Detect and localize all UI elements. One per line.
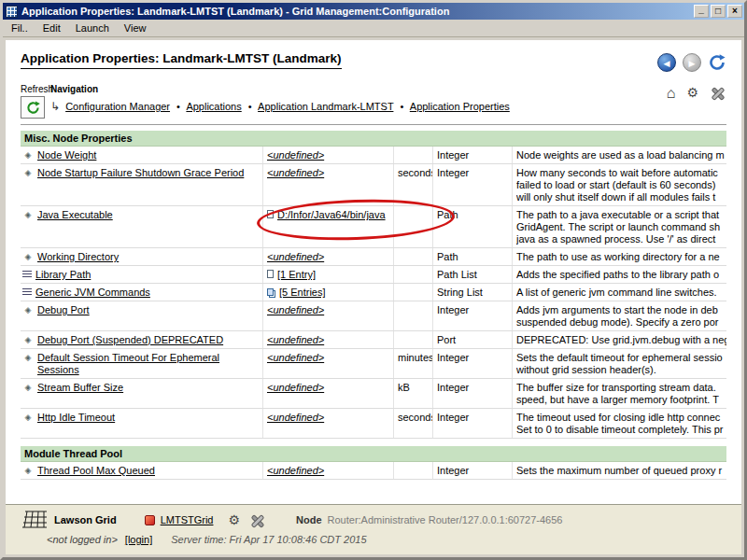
gears-icon[interactable]: ⚙ (228, 513, 240, 527)
property-diamond-icon: ◈ (22, 149, 34, 161)
description-cell: Sets the maximum number of queued proxy … (513, 462, 726, 479)
property-row: ◈Java ExecutableD:/Infor/Java64/bin/java… (21, 206, 726, 248)
description-cell: A list of generic jvm command line switc… (513, 284, 726, 301)
type-label: Port (433, 331, 513, 348)
property-row: ◈Debug Port (Suspended) DEPRECATED<undef… (21, 331, 726, 349)
unit-label (394, 331, 433, 348)
copy-icon (267, 288, 274, 296)
section-header: Module Thread Pool (21, 446, 726, 462)
property-diamond-icon: ◈ (22, 304, 34, 316)
property-value-link[interactable]: <undefined> (267, 167, 324, 178)
property-name-link[interactable]: Thread Pool Max Queued (37, 465, 155, 477)
description-line: java as a spawned process. Use '/' as di… (516, 233, 726, 245)
description-cell: The buffer size for transporting stream … (513, 379, 726, 408)
property-name-cell: ◈Default Session Timeout For Ephemeral S… (21, 349, 263, 378)
gears-icon[interactable]: ⚙ (686, 86, 698, 100)
close-icon: × (732, 6, 738, 16)
property-name-link[interactable]: Node Weight (37, 149, 96, 161)
property-row: ◈Thread Pool Max Queued<undefined>Intege… (21, 462, 726, 480)
unit-label (394, 301, 433, 330)
property-name-link[interactable]: Stream Buffer Size (37, 382, 123, 394)
property-value-link[interactable]: D:/Infor/Java64/bin/java (277, 209, 386, 220)
property-value-link[interactable]: <undefined> (267, 304, 324, 315)
property-name-link[interactable]: Default Session Timeout For Ephemeral Se… (37, 352, 259, 376)
property-value-link[interactable]: [5 Entries] (279, 287, 326, 298)
property-value-link[interactable]: <undefined> (267, 465, 324, 476)
grid-status-icon (145, 515, 155, 525)
menu-view[interactable]: View (117, 21, 154, 35)
home-icon[interactable]: ⌂ (667, 86, 676, 100)
type-label: String List (433, 284, 513, 301)
property-diamond-icon: ◈ (22, 382, 34, 394)
description-cell: The path to use as working directory for… (513, 248, 726, 265)
property-diamond-icon: ◈ (22, 209, 34, 221)
reload-page-button[interactable] (708, 53, 726, 72)
property-name-link[interactable]: Debug Port (37, 304, 90, 316)
property-value-link[interactable]: <undefined> (267, 149, 324, 161)
description-line: The timeout used for closing idle http c… (516, 412, 726, 424)
property-value-link[interactable]: <undefined> (267, 412, 324, 423)
property-value-link[interactable]: <undefined> (267, 251, 324, 262)
menu-edit[interactable]: Edit (35, 21, 68, 35)
description-line: without grid session header(s). (516, 364, 726, 376)
breadcrumb-arrow-icon: ↳ (50, 100, 60, 113)
property-value-link[interactable]: <undefined> (267, 352, 324, 363)
type-label: Path List (433, 266, 513, 283)
property-value-link[interactable]: [1 Entry] (277, 269, 316, 280)
back-button[interactable]: ◀ (657, 53, 676, 72)
property-diamond-icon: ◈ (22, 352, 34, 364)
refresh-button[interactable] (21, 96, 45, 119)
menu-file[interactable]: Fil.. (4, 21, 35, 35)
properties-table: Misc. Node Properties◈Node Weight<undefi… (6, 125, 741, 504)
close-button[interactable]: × (727, 5, 742, 18)
description-line: The buffer size for transporting stream … (516, 382, 726, 394)
menu-launch[interactable]: Launch (68, 21, 117, 35)
statusbar: Lawson Grid LMTSTGrid ⚙ Node Router:Admi… (6, 504, 741, 554)
breadcrumb-link-application[interactable]: Application Landmark-LMTST (258, 101, 393, 112)
description-cell: Node weights are used as a load balancin… (513, 147, 726, 163)
description-line: Adds jvm arguments to start the node in … (516, 304, 726, 316)
property-value-cell: <undefined> (263, 379, 394, 408)
property-diamond-icon: ◈ (22, 167, 34, 179)
login-link[interactable]: [login] (125, 534, 152, 545)
property-row: ◈Http Idle Timeout<undefined>secondsInte… (21, 409, 726, 439)
section-gap (21, 439, 726, 446)
refresh-icon (26, 101, 40, 115)
minimize-button[interactable]: _ (694, 5, 709, 18)
maximize-button[interactable]: □ (711, 5, 726, 18)
forward-button[interactable]: ▶ (683, 53, 701, 72)
forward-arrow-icon: ▶ (689, 59, 696, 68)
property-name-link[interactable]: Generic JVM Commands (35, 287, 150, 299)
breadcrumb-separator: • (400, 101, 403, 112)
property-name-link[interactable]: Node Startup Failure Shutdown Grace Peri… (37, 167, 244, 179)
description-cell: Sets the default timeout for ephemeral s… (513, 349, 726, 378)
property-name-link[interactable]: Debug Port (Suspended) DEPRECATED (37, 334, 223, 346)
breadcrumb-link-applications[interactable]: Applications (186, 101, 241, 112)
breadcrumb-separator: • (176, 101, 180, 112)
property-name-link[interactable]: Working Directory (37, 251, 119, 263)
tools-icon[interactable] (710, 86, 725, 100)
property-value-link[interactable]: <undefined> (267, 382, 324, 393)
titlebar[interactable]: Application Properties: Landmark-LMTST (… (3, 3, 744, 20)
property-row: ◈Stream Buffer Size<undefined>kBIntegerT… (21, 379, 726, 409)
section-header: Misc. Node Properties (21, 131, 726, 147)
heading-row: Application Properties: Landmark-LMTST (… (6, 40, 741, 81)
property-diamond-icon: ◈ (22, 251, 34, 263)
grid-link[interactable]: LMTSTGrid (161, 514, 214, 525)
breadcrumb-link-application-properties[interactable]: Application Properties (410, 101, 510, 112)
breadcrumb-link-configuration-manager[interactable]: Configuration Manager (65, 101, 170, 112)
property-name-link[interactable]: Java Executable (37, 209, 113, 221)
toolbar: Refresh Navigation ↳ Configuration Manag… (6, 81, 741, 124)
description-line: Set to 0 to disable timeout completely. … (516, 424, 726, 436)
property-value-cell: D:/Infor/Java64/bin/java (263, 206, 394, 247)
property-name-link[interactable]: Library Path (35, 269, 91, 281)
property-name-link[interactable]: Http Idle Timeout (37, 412, 115, 424)
tools-icon[interactable] (249, 513, 264, 527)
router-info: Router:Administrative Router/127.0.0.1:6… (328, 514, 563, 525)
property-value-link[interactable]: <undefined> (267, 334, 324, 345)
node-label: Node (296, 514, 322, 525)
description-line: will only shut itself down if all module… (516, 191, 726, 203)
login-status: <not logged in> (47, 534, 118, 545)
type-label: Integer (433, 301, 513, 330)
property-value-cell: <undefined> (263, 164, 394, 205)
